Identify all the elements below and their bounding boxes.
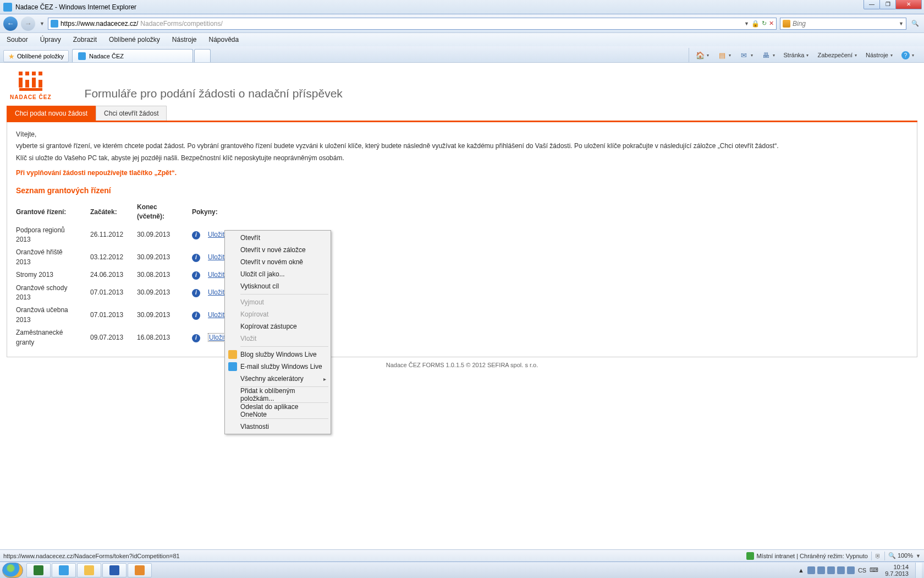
info-icon[interactable]: i xyxy=(192,231,200,239)
ctx-blog-windows-live[interactable]: Blog služby Windows Live xyxy=(226,348,329,361)
tab-open-request[interactable]: Chci otevřít žádost xyxy=(96,106,167,121)
page-title: Formuláře pro podání žádosti o nadační p… xyxy=(85,87,343,100)
ie-navbar: ← → ▼ https://www.nadacecez.cz/NadaceFor… xyxy=(0,14,924,33)
status-url: https://www.nadacecez.cz/NadaceForms/tok… xyxy=(3,553,180,559)
system-tray: ▲ CS ⌨ 10:14 9.7.2013 xyxy=(798,563,922,578)
window-titlebar: Nadace ČEZ - Windows Internet Explorer xyxy=(0,0,924,14)
col-start: Začátek: xyxy=(90,200,137,224)
menu-help[interactable]: Nápověda xyxy=(207,35,241,45)
new-tab-button[interactable] xyxy=(194,49,211,62)
table-row: Zaměstnanecké granty09.07.201316.08.2013… xyxy=(16,326,251,349)
ie-menubar: Soubor Úpravy Zobrazit Oblíbené položky … xyxy=(0,33,924,46)
table-row: Oranžová učebna 201307.01.201330.09.2013… xyxy=(16,304,251,326)
print-button[interactable]: 🖶 xyxy=(760,51,777,59)
grant-name: Podpora regionů 2013 xyxy=(16,224,90,247)
tab-new-request[interactable]: Chci podat novou žádost xyxy=(7,106,96,121)
zoom-level[interactable]: 🔍 100% ▼ xyxy=(888,552,921,559)
search-go-button[interactable]: 🔍 xyxy=(910,20,921,27)
taskbar-excel[interactable] xyxy=(26,563,51,577)
favorites-button[interactable]: ★ Oblíbené položky xyxy=(3,50,69,62)
ctx-cut: Vyjmout xyxy=(226,296,329,308)
tray-clock[interactable]: 10:14 9.7.2013 xyxy=(882,564,912,577)
ctx-open[interactable]: Otevřít xyxy=(226,232,329,244)
refresh-button[interactable]: ↻ xyxy=(762,20,767,27)
lock-icon[interactable]: 🔒 xyxy=(751,20,760,28)
home-icon: 🏠 xyxy=(696,51,705,59)
readmail-button[interactable]: ✉ xyxy=(738,51,755,59)
search-dropdown[interactable]: ▼ xyxy=(899,21,904,26)
tray-keyboard-icon[interactable]: ⌨ xyxy=(870,566,878,574)
table-row: Oranžové hřiště 201303.12.201230.09.2013… xyxy=(16,246,251,269)
address-dropdown[interactable]: ▼ xyxy=(744,21,749,26)
stop-button[interactable]: ✕ xyxy=(769,20,774,27)
ctx-open-new-tab[interactable]: Otevřít v nové záložce xyxy=(226,244,329,256)
taskbar-outlook[interactable] xyxy=(128,563,152,577)
tools-menu[interactable]: Nástroje xyxy=(864,52,895,58)
ctx-print-target[interactable]: Vytisknout cíl xyxy=(226,280,329,292)
info-icon[interactable]: i xyxy=(192,254,200,262)
info-icon[interactable]: i xyxy=(192,312,200,320)
ctx-copy-shortcut[interactable]: Kopírovat zástupce xyxy=(226,320,329,332)
menu-edit[interactable]: Úpravy xyxy=(38,35,63,45)
col-end: Konec (včetně): xyxy=(137,200,192,224)
ctx-properties[interactable]: Vlastnosti xyxy=(226,421,329,433)
security-zone: Místní intranet | Chráněný režim: Vypnut… xyxy=(756,553,867,559)
col-instructions: Pokyny: xyxy=(192,200,251,224)
forward-button: → xyxy=(21,17,35,31)
security-menu[interactable]: Zabezpečení xyxy=(815,52,859,58)
home-button[interactable]: 🏠 xyxy=(694,51,711,59)
menu-favorites[interactable]: Oblíbené položky xyxy=(107,35,162,45)
menu-view[interactable]: Zobrazit xyxy=(71,35,99,45)
back-button[interactable]: ← xyxy=(3,17,18,31)
ctx-add-to-favorites[interactable]: Přidat k oblíbeným položkám... xyxy=(226,389,329,401)
info-icon[interactable]: i xyxy=(192,334,200,342)
windows-live-mail-icon xyxy=(228,362,237,371)
grant-end: 16.08.2013 xyxy=(137,326,192,349)
cez-logo: NADACE ČEZ xyxy=(10,72,52,100)
tray-icons[interactable] xyxy=(807,566,855,574)
ctx-separator xyxy=(240,346,328,347)
feeds-button[interactable]: ▤ xyxy=(716,51,733,59)
ctx-all-accelerators[interactable]: Všechny akcelerátory xyxy=(226,373,329,385)
help-button[interactable]: ? xyxy=(899,51,916,59)
info-icon[interactable]: i xyxy=(192,271,200,280)
close-button[interactable]: ✕ xyxy=(895,0,922,9)
page-footer: Nadace ČEZ FORMS 1.0.1.5 © 2012 SEFIRA s… xyxy=(7,362,917,368)
context-menu: Otevřít Otevřít v nové záložce Otevřít v… xyxy=(224,230,331,434)
info-icon[interactable]: i xyxy=(192,289,200,297)
grant-name: Stromy 2013 xyxy=(16,269,90,281)
command-bar: 🏠 ▤ ✉ 🖶 Stránka Zabezpečení Nástroje ? xyxy=(689,48,921,62)
ctx-send-to-onenote[interactable]: Odeslat do aplikace OneNote xyxy=(226,405,329,417)
grant-start: 09.07.2013 xyxy=(90,326,137,349)
address-bar[interactable]: https://www.nadacecez.cz/NadaceForms/com… xyxy=(48,18,777,30)
help-icon: ? xyxy=(901,51,910,59)
grant-end: 30.09.2013 xyxy=(137,246,192,269)
show-desktop-button[interactable] xyxy=(915,563,922,578)
minimize-button[interactable]: — xyxy=(864,0,880,9)
tray-language[interactable]: CS xyxy=(858,567,866,574)
ctx-save-target-as[interactable]: Uložit cíl jako... xyxy=(226,268,329,280)
history-dropdown[interactable]: ▼ xyxy=(40,21,45,26)
ctx-open-new-window[interactable]: Otevřít v novém okně xyxy=(226,256,329,268)
menu-tools[interactable]: Nástroje xyxy=(170,35,199,45)
zone-icon xyxy=(746,552,754,560)
mail-icon: ✉ xyxy=(740,51,749,59)
maximize-button[interactable]: ❐ xyxy=(879,0,896,9)
intro-line2: vyberte si grantové řízení, ve kterém ch… xyxy=(16,141,908,151)
window-title: Nadace ČEZ - Windows Internet Explorer xyxy=(15,3,136,11)
page-menu[interactable]: Stránka xyxy=(782,52,811,58)
taskbar-explorer[interactable] xyxy=(77,563,101,577)
protected-mode-icon[interactable]: ⛨ xyxy=(875,553,881,559)
ctx-paste: Vložit xyxy=(226,332,329,345)
search-placeholder: Bing xyxy=(793,20,806,28)
menu-file[interactable]: Soubor xyxy=(4,35,30,45)
start-button[interactable] xyxy=(2,563,23,578)
taskbar-word[interactable] xyxy=(102,563,127,577)
tray-expand[interactable]: ▲ xyxy=(798,567,804,574)
browser-tab-active[interactable]: Nadace ČEZ xyxy=(72,49,193,62)
search-box[interactable]: Bing ▼ xyxy=(780,18,906,30)
ctx-email-windows-live[interactable]: E-mail služby Windows Live xyxy=(226,361,329,373)
taskbar-ie[interactable] xyxy=(52,563,76,577)
ctx-copy: Kopírovat xyxy=(226,308,329,320)
site-icon xyxy=(51,20,58,28)
